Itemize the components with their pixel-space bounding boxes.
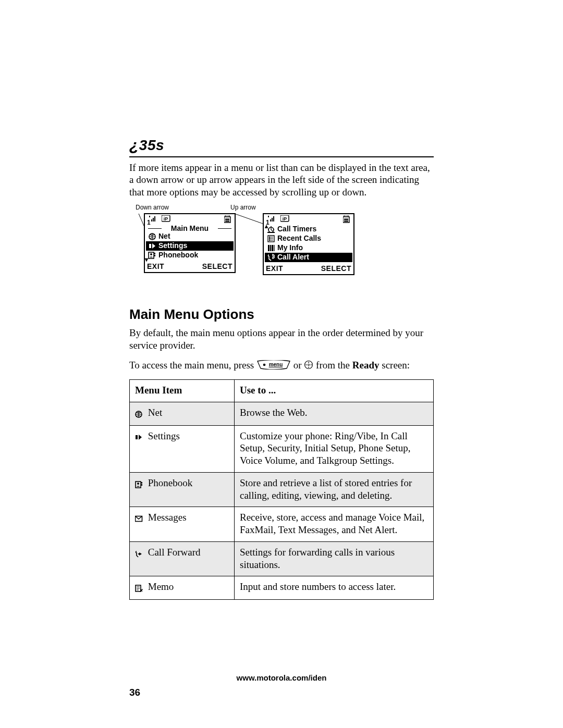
softkey-exit: EXIT bbox=[147, 262, 164, 272]
menu-item-net: Net bbox=[146, 232, 234, 241]
use-to-cell: Settings for forwarding calls in various… bbox=[235, 541, 434, 576]
softkey-select: SELECT bbox=[202, 262, 232, 272]
recent-icon bbox=[267, 235, 275, 242]
signal-icon bbox=[149, 215, 156, 223]
phone-screen-scrolled: 1 ▴ Call Timers Recent Calls My Info bbox=[263, 213, 354, 276]
signal-icon bbox=[268, 215, 275, 223]
ip-icon bbox=[162, 215, 171, 223]
footer-url: www.motorola.com/iden bbox=[0, 673, 563, 683]
timers-icon bbox=[267, 226, 275, 233]
menu-item-settings: Settings bbox=[146, 241, 234, 251]
battery-icon bbox=[343, 215, 350, 224]
svg-point-25 bbox=[263, 363, 266, 366]
phone-screens-illustration: Down arrow Up arrow 1 Main Menu Net bbox=[129, 204, 434, 277]
down-arrow-indicator: ▾ bbox=[145, 257, 148, 262]
menu-item-phonebook: ▾ Phonebook bbox=[146, 251, 234, 260]
menu-item-cell: Call Forward bbox=[130, 541, 235, 576]
intro-paragraph: If more items appear in a menu or list t… bbox=[129, 162, 434, 199]
settings-icon bbox=[148, 242, 156, 250]
section-paragraph-1: By default, the main menu options appear… bbox=[129, 327, 434, 352]
status-bar: 1 bbox=[264, 214, 353, 225]
col-menu-item: Menu Item bbox=[130, 380, 235, 402]
phonebook-icon bbox=[135, 478, 145, 490]
table-row: MemoInput and store numbers to access la… bbox=[130, 576, 434, 600]
battery-icon bbox=[224, 215, 231, 224]
menu-item-call-timers: Call Timers bbox=[265, 225, 352, 234]
model-header: ¿35s bbox=[129, 135, 434, 157]
ip-icon bbox=[280, 215, 290, 223]
net-icon bbox=[135, 408, 145, 420]
phonebook-icon bbox=[148, 252, 156, 259]
table-row: MessagesReceive, store, access and manag… bbox=[130, 507, 434, 542]
section-paragraph-2: To access the main menu, press menu or f… bbox=[129, 359, 434, 373]
table-row: SettingsCustomize your phone: Ring/Vibe,… bbox=[130, 425, 434, 472]
page-number: 36 bbox=[129, 686, 140, 699]
settings-icon bbox=[135, 430, 145, 443]
softkey-exit: EXIT bbox=[266, 264, 283, 274]
nav-key-icon bbox=[304, 360, 313, 373]
table-row: Call ForwardSettings for forwarding call… bbox=[130, 541, 434, 576]
myinfo-icon bbox=[267, 244, 275, 252]
screen-title: Main Menu bbox=[145, 225, 235, 232]
use-to-cell: Customize your phone: Ring/Vibe, In Call… bbox=[235, 425, 434, 472]
model-label: ¿35s bbox=[129, 137, 164, 153]
table-row: PhonebookStore and retrieve a list of st… bbox=[130, 472, 434, 507]
svg-text:menu: menu bbox=[269, 362, 283, 367]
section-heading: Main Menu Options bbox=[129, 306, 434, 323]
phone-screen-main-menu: 1 Main Menu Net Settings ▾ Phonebook bbox=[144, 213, 236, 274]
forward-icon bbox=[135, 547, 145, 560]
col-use-to: Use to ... bbox=[235, 380, 434, 402]
menu-item-cell: Phonebook bbox=[130, 472, 235, 507]
up-arrow-indicator: ▴ bbox=[265, 224, 268, 229]
menu-item-cell: Memo bbox=[130, 576, 235, 600]
svg-line-24 bbox=[235, 214, 267, 225]
svg-point-28 bbox=[308, 364, 310, 365]
menu-item-cell: Settings bbox=[130, 425, 235, 472]
net-icon bbox=[148, 233, 156, 240]
menu-key-icon: menu bbox=[256, 360, 291, 373]
alert-icon bbox=[267, 254, 275, 261]
table-row: NetBrowse the Web. bbox=[130, 402, 434, 426]
menu-item-call-alert: Call Alert bbox=[265, 253, 352, 262]
menu-item-cell: Messages bbox=[130, 507, 235, 542]
use-to-cell: Receive, store, access and manage Voice … bbox=[235, 507, 434, 542]
use-to-cell: Input and store numbers to access later. bbox=[235, 576, 434, 600]
menu-item-cell: Net bbox=[130, 402, 235, 426]
use-to-cell: Store and retrieve a list of stored entr… bbox=[235, 472, 434, 507]
menu-item-my-info: My Info bbox=[265, 243, 352, 253]
status-bar: 1 bbox=[145, 214, 235, 225]
menu-item-recent-calls: Recent Calls bbox=[265, 234, 352, 243]
softkey-select: SELECT bbox=[321, 264, 351, 274]
messages-icon bbox=[135, 512, 145, 525]
memo-icon bbox=[135, 582, 145, 594]
use-to-cell: Browse the Web. bbox=[235, 402, 434, 426]
menu-options-table: Menu Item Use to ... NetBrowse the Web. … bbox=[129, 379, 434, 600]
